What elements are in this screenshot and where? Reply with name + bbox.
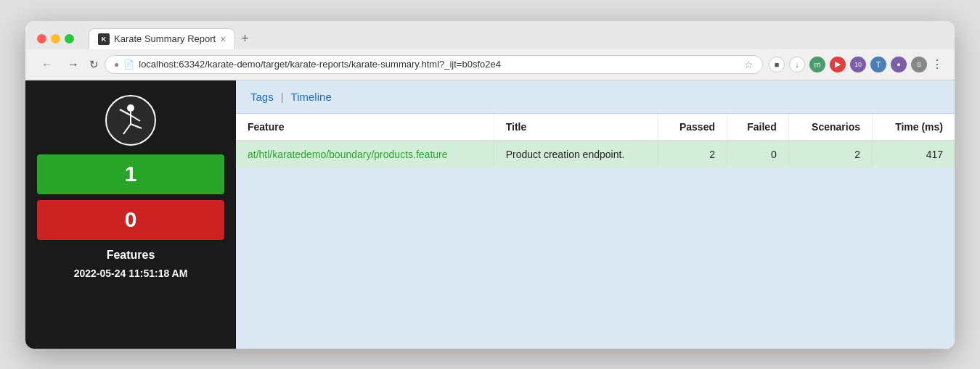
page-icon: 📄	[123, 59, 134, 70]
table-container: Feature Title Passed Failed Scenarios Ti…	[236, 114, 955, 167]
security-icon: ●	[114, 59, 119, 70]
cell-passed: 2	[658, 141, 727, 167]
karate-figure-icon	[113, 102, 149, 138]
browser-window: K Karate Summary Report × + ← → ↻ ● 📄 lo…	[25, 21, 955, 349]
svg-line-3	[131, 115, 140, 121]
url-text: localhost:63342/karate-demo/target/karat…	[139, 59, 740, 70]
col-failed: Failed	[727, 114, 788, 141]
active-tab[interactable]: K Karate Summary Report ×	[89, 28, 235, 49]
failed-stats-row: 0	[37, 200, 224, 240]
separator: |	[281, 91, 284, 103]
badge-icon[interactable]: 10	[850, 57, 866, 72]
svg-line-5	[131, 124, 142, 128]
col-passed: Passed	[658, 114, 727, 141]
maximize-button[interactable]	[65, 34, 74, 43]
profile-m-icon[interactable]: m	[809, 57, 825, 72]
failed-count: 0	[125, 207, 137, 232]
cell-title: Product creation endpoint.	[494, 141, 658, 167]
cell-time-ms: 417	[872, 141, 955, 167]
forward-button[interactable]: →	[63, 57, 83, 72]
run-icon[interactable]: ▶	[830, 57, 846, 72]
new-tab-button[interactable]: +	[235, 31, 255, 46]
traffic-lights	[37, 34, 74, 43]
ext2-icon[interactable]: S	[911, 57, 927, 72]
col-title: Title	[494, 114, 658, 141]
tags-link[interactable]: Tags	[250, 91, 274, 103]
table-row: at/htl/karatedemo/boundary/products.feat…	[236, 141, 955, 167]
download-icon[interactable]: ↓	[789, 57, 805, 72]
translate-icon[interactable]: T	[870, 57, 886, 72]
tab-close-button[interactable]: ×	[220, 33, 226, 45]
cell-failed: 0	[727, 141, 788, 167]
tags-timeline-bar: Tags | Timeline	[236, 80, 955, 114]
menu-icon[interactable]: ⋮	[931, 57, 943, 71]
nav-actions: ■ ↓ m ▶ 10 T ● S ⋮	[769, 57, 943, 72]
nav-bar: ← → ↻ ● 📄 localhost:63342/karate-demo/ta…	[25, 49, 955, 80]
minimize-button[interactable]	[51, 34, 60, 43]
timeline-link[interactable]: Timeline	[291, 91, 332, 103]
shield-icon[interactable]: ■	[769, 57, 785, 72]
tabs-bar: K Karate Summary Report × +	[89, 28, 943, 49]
passed-count-box: 1	[37, 154, 224, 194]
reload-button[interactable]: ↻	[89, 58, 99, 71]
svg-point-0	[127, 104, 134, 112]
table-header-row: Feature Title Passed Failed Scenarios Ti…	[236, 114, 955, 141]
tab-favicon: K	[98, 33, 110, 45]
sidebar: 1 0 Features 2022-05-24 11:51:18 AM	[25, 80, 236, 349]
karate-logo	[105, 95, 156, 146]
col-scenarios: Scenarios	[788, 114, 872, 141]
cell-feature[interactable]: at/htl/karatedemo/boundary/products.feat…	[236, 141, 494, 167]
passed-count: 1	[125, 162, 137, 186]
back-button[interactable]: ←	[37, 57, 57, 72]
main-content: Tags | Timeline Feature Title Passed Fai…	[236, 80, 955, 349]
section-label: Features	[107, 249, 155, 262]
col-feature: Feature	[236, 114, 494, 141]
ext1-icon[interactable]: ●	[891, 57, 907, 72]
address-bar[interactable]: ● 📄 localhost:63342/karate-demo/target/k…	[105, 55, 763, 74]
svg-line-4	[123, 124, 131, 134]
features-table: Feature Title Passed Failed Scenarios Ti…	[236, 114, 955, 167]
tab-title: Karate Summary Report	[114, 33, 216, 44]
col-time-ms: Time (ms)	[872, 114, 955, 141]
timestamp: 2022-05-24 11:51:18 AM	[74, 268, 188, 279]
stats-row: 1	[37, 154, 224, 194]
title-bar: K Karate Summary Report × +	[25, 21, 955, 49]
page-content: 1 0 Features 2022-05-24 11:51:18 AM Tags…	[25, 80, 955, 349]
failed-count-box: 0	[37, 200, 224, 240]
bookmark-icon[interactable]: ☆	[744, 59, 754, 70]
cell-scenarios: 2	[788, 141, 872, 167]
close-button[interactable]	[37, 34, 46, 43]
